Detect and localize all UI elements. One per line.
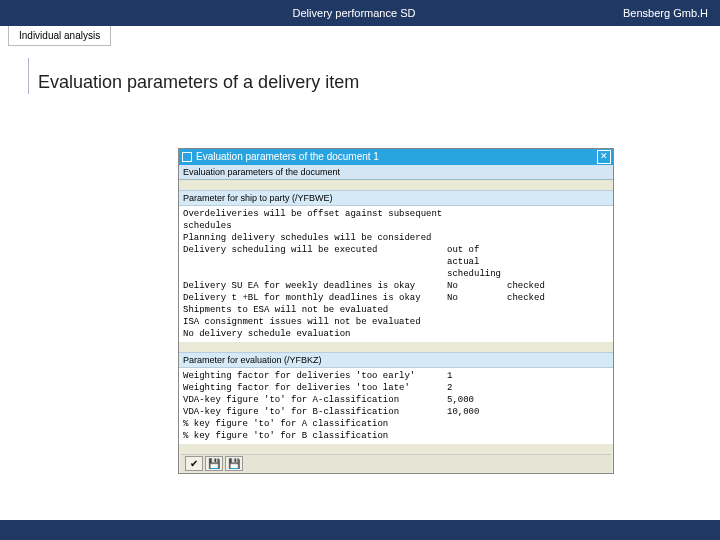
confirm-button[interactable]: ✔ [185,456,203,471]
table-row: % key figure 'to' for A classification [183,418,609,430]
section1-body: Overdeliveries will be offset against su… [179,206,613,342]
table-row: % key figure 'to' for B classification [183,430,609,442]
save-as-button[interactable]: 💾 [225,456,243,471]
table-row: Delivery t +BL for monthly deadlines is … [183,292,609,304]
section2-body: Weighting factor for deliveries 'too ear… [179,368,613,444]
header-bar: Delivery performance SD Bensberg Gmb.H [0,0,720,26]
save-button[interactable]: 💾 [205,456,223,471]
section1-header: Parameter for ship to party (/YFBWE) [179,190,613,206]
table-row: Planning delivery schedules will be cons… [183,232,609,244]
table-row: Delivery SU EA for weekly deadlines is o… [183,280,609,292]
window-icon [182,152,192,162]
table-row: VDA-key figure 'to' for A-classification… [183,394,609,406]
close-icon[interactable]: ✕ [597,150,611,164]
table-row: Overdeliveries will be offset against su… [183,208,609,232]
header-company: Bensberg Gmb.H [531,7,720,19]
table-row: Delivery scheduling will be executedout … [183,244,609,280]
table-row: Weighting factor for deliveries 'too ear… [183,370,609,382]
sap-window-title-text: Evaluation parameters of the document 1 [196,149,379,165]
check-icon: ✔ [190,458,198,469]
table-row: No delivery schedule evaluation [183,328,609,340]
table-row: Weighting factor for deliveries 'too lat… [183,382,609,394]
save-icon: 💾 [228,458,240,469]
title-rule [28,58,29,94]
blank-band [179,180,613,190]
table-row: VDA-key figure 'to' for B-classification… [183,406,609,418]
table-row: Shipments to ESA will not be evaluated [183,304,609,316]
save-icon: 💾 [208,458,220,469]
sap-window: Evaluation parameters of the document 1 … [178,148,614,474]
sap-sub-title: Evaluation parameters of the document [179,165,613,180]
blank-band [179,342,613,352]
page-title: Evaluation parameters of a delivery item [38,72,720,93]
sap-toolbar: ✔ 💾 💾 [181,454,611,472]
header-title: Delivery performance SD [177,7,531,19]
table-row: ISA consignment issues will not be evalu… [183,316,609,328]
tab-individual-analysis[interactable]: Individual analysis [8,26,111,46]
section2-header: Parameter for evaluation (/YFBKZ) [179,352,613,368]
sap-window-titlebar: Evaluation parameters of the document 1 … [179,149,613,165]
footer-bar [0,520,720,540]
